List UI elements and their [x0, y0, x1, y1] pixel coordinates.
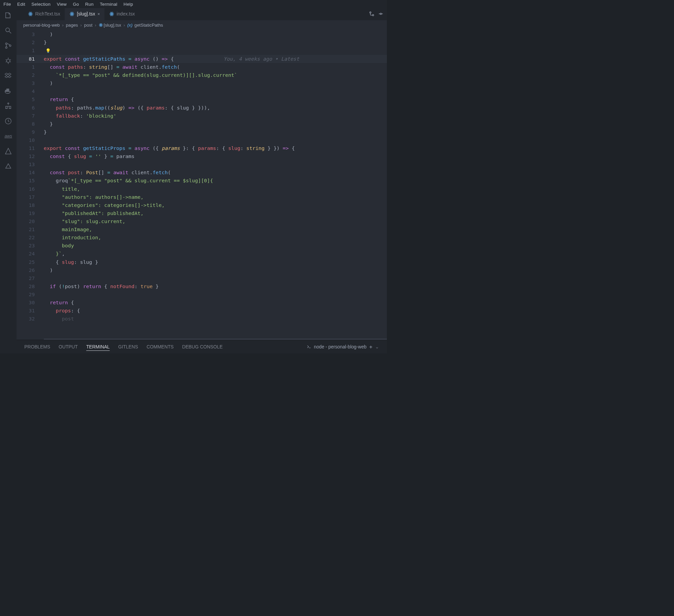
editor[interactable]: 3 )2}1💡81export const getStaticPaths = a… — [17, 30, 387, 340]
code-line[interactable]: 10 — [17, 136, 387, 144]
svg-point-32 — [380, 13, 381, 14]
svg-line-10 — [6, 61, 7, 62]
deploy-icon[interactable] — [4, 162, 12, 171]
code-line[interactable]: 22 introduction, — [17, 234, 387, 242]
code-line[interactable]: 21 mainImage, — [17, 225, 387, 234]
panel-tab-comments[interactable]: COMMENTS — [147, 344, 174, 349]
lightbulb-icon[interactable]: 💡 — [45, 48, 51, 53]
code-line[interactable]: 26 ) — [17, 266, 387, 274]
activity-bar: aws — [0, 8, 17, 353]
react-icon — [69, 11, 74, 17]
git-commit-icon[interactable] — [378, 11, 384, 17]
code-line[interactable]: 8 } — [17, 120, 387, 128]
svg-point-18 — [30, 14, 31, 14]
svg-point-5 — [7, 59, 10, 62]
terminal-name[interactable]: node - personal-blog-web — [314, 344, 366, 349]
code-line[interactable]: 7 fallback: 'blocking' — [17, 112, 387, 120]
code-line[interactable]: 15 groq`*[_type == "post" && slug.curren… — [17, 177, 387, 185]
breadcrumbs[interactable]: personal-blog-web›pages›post› [slug].tsx… — [17, 20, 387, 30]
aws-icon[interactable]: aws — [4, 132, 12, 140]
react-icon — [109, 11, 114, 17]
files-icon[interactable] — [4, 11, 12, 20]
svg-point-30 — [370, 12, 371, 13]
code-line[interactable]: 23 body — [17, 242, 387, 250]
menu-selection[interactable]: Selection — [29, 1, 53, 7]
menu-run[interactable]: Run — [83, 1, 96, 7]
editor-tabs: RichText.tsx[slug].tsx×index.tsx — [17, 8, 387, 20]
code-line[interactable]: 28 if (!post) return { notFound: true } — [17, 282, 387, 290]
svg-point-0 — [6, 28, 9, 32]
git-compare-icon[interactable] — [369, 11, 374, 17]
breadcrumb-symbol[interactable]: getStaticPaths — [134, 23, 163, 28]
menu-file[interactable]: File — [1, 1, 13, 7]
svg-rect-13 — [7, 90, 8, 91]
code-line[interactable]: 1 const paths: string[] = await client.f… — [17, 63, 387, 71]
code-line[interactable]: 13 — [17, 160, 387, 168]
panel-tab-output[interactable]: OUTPUT — [59, 344, 78, 349]
code-line[interactable]: 29 — [17, 290, 387, 299]
code-line[interactable]: 17 "authors": authors[]->name, — [17, 193, 387, 201]
scrollbar-horizontal[interactable] — [44, 339, 387, 340]
menu-view[interactable]: View — [55, 1, 69, 7]
menu-terminal[interactable]: Terminal — [97, 1, 120, 7]
code-line[interactable]: 32 post — [17, 315, 387, 323]
code-line[interactable]: 2 `*[_type == "post" && defined(slug.cur… — [17, 71, 387, 79]
code-line[interactable]: 19 "publishedAt": publishedAt, — [17, 209, 387, 217]
code-line[interactable]: 6 paths: paths.map((slug) => ({ params: … — [17, 104, 387, 112]
breadcrumb-part[interactable]: post — [84, 23, 93, 28]
add-terminal-icon[interactable]: + — [369, 344, 372, 350]
code-line[interactable]: 9} — [17, 128, 387, 136]
extensions-icon[interactable] — [4, 102, 12, 110]
code-line[interactable]: 25 { slug: slug } — [17, 258, 387, 266]
tab-label: [slug].tsx — [77, 11, 95, 17]
svg-line-11 — [10, 61, 11, 62]
code-line[interactable]: 24 }`, — [17, 250, 387, 258]
breadcrumb-part[interactable]: pages — [66, 23, 78, 28]
panel-tab-gitlens[interactable]: GITLENS — [118, 344, 138, 349]
search-icon[interactable] — [4, 26, 12, 35]
menubar: FileEditSelectionViewGoRunTerminalHelp — [0, 0, 387, 8]
git-icon[interactable] — [4, 41, 12, 50]
tab-actions — [369, 11, 387, 17]
code-line[interactable]: 81export const getStaticPaths = async ()… — [17, 55, 387, 63]
menu-go[interactable]: Go — [70, 1, 81, 7]
svg-point-22 — [71, 14, 72, 14]
tab-label: index.tsx — [117, 11, 135, 17]
breadcrumb-part[interactable]: personal-blog-web — [23, 23, 60, 28]
tab-RichTexttsx[interactable]: RichText.tsx — [23, 8, 65, 20]
tab-slugtsx[interactable]: [slug].tsx× — [65, 8, 104, 20]
debug-icon[interactable] — [4, 57, 12, 65]
code-line[interactable]: 3 ) — [17, 79, 387, 87]
code-line[interactable]: 4 — [17, 87, 387, 95]
svg-rect-16 — [8, 89, 9, 90]
code-line[interactable]: 5 return { — [17, 95, 387, 103]
panel-tab-terminal[interactable]: TERMINAL — [86, 344, 110, 349]
panel-tab-problems[interactable]: PROBLEMS — [24, 344, 50, 349]
bottom-panel: PROBLEMSOUTPUTTERMINALGITLENSCOMMENTSDEB… — [17, 340, 387, 353]
code-line[interactable]: 16 title, — [17, 185, 387, 193]
code-line[interactable]: 14 const post: Post[] = await client.fet… — [17, 168, 387, 177]
code-line[interactable]: 18 "categories": categories[]->title, — [17, 201, 387, 209]
tab-indextsx[interactable]: index.tsx — [104, 8, 140, 20]
code-line[interactable]: 12 const { slug = '' } = params — [17, 152, 387, 160]
menu-help[interactable]: Help — [121, 1, 135, 7]
menu-edit[interactable]: Edit — [15, 1, 28, 7]
breadcrumb-file[interactable]: [slug].tsx — [104, 23, 121, 28]
panel-tab-debug-console[interactable]: DEBUG CONSOLE — [182, 344, 222, 349]
code-line[interactable]: 1💡 — [17, 47, 387, 55]
close-icon[interactable]: × — [97, 12, 100, 17]
docker-icon[interactable] — [4, 87, 12, 95]
svg-point-35 — [100, 25, 101, 26]
code-line[interactable]: 2} — [17, 38, 387, 47]
react-icon — [28, 11, 33, 17]
code-line[interactable]: 3 ) — [17, 30, 387, 38]
azure-icon[interactable] — [4, 147, 12, 155]
code-line[interactable]: 27 — [17, 274, 387, 282]
code-line[interactable]: 31 props: { — [17, 307, 387, 315]
code-line[interactable]: 30 return { — [17, 299, 387, 307]
svg-point-26 — [111, 14, 112, 14]
code-line[interactable]: 20 "slug": slug.current, — [17, 217, 387, 225]
dropbox-icon[interactable] — [4, 71, 12, 80]
live-icon[interactable] — [4, 117, 12, 125]
code-line[interactable]: 11export const getStaticProps = async ({… — [17, 144, 387, 152]
